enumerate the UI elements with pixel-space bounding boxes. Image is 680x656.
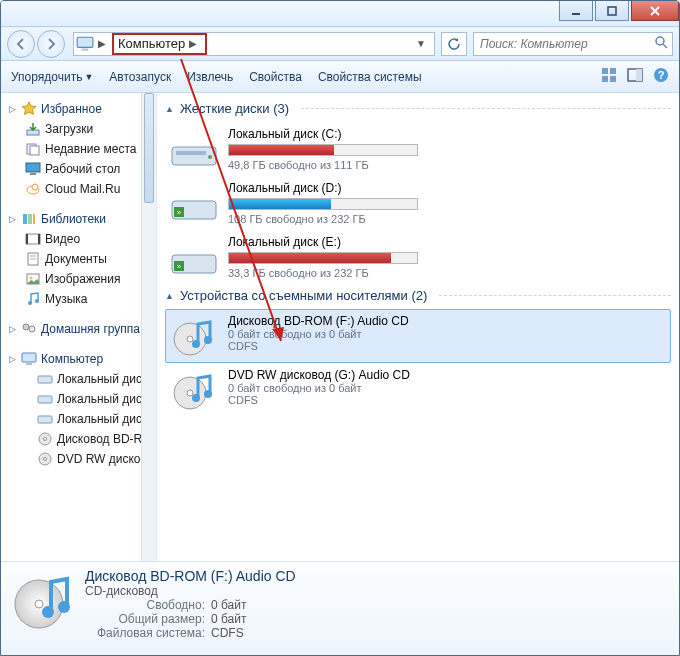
minimize-button[interactable]: [559, 1, 593, 21]
back-button[interactable]: [7, 30, 35, 58]
section-count: (2): [411, 288, 427, 303]
computer-icon: [21, 351, 37, 367]
drive-e[interactable]: » Локальный диск (E:) 33,3 ГБ свободно и…: [165, 230, 671, 284]
svg-point-34: [28, 301, 32, 305]
svg-point-36: [23, 324, 29, 330]
drive-c[interactable]: Локальный диск (C:) 49,8 ГБ свободно из …: [165, 122, 671, 176]
svg-point-57: [187, 336, 193, 342]
section-divider: [301, 108, 671, 109]
sidebar-item-desktop[interactable]: Рабочий стол: [7, 159, 156, 179]
svg-point-67: [58, 601, 70, 613]
cloud-icon: [25, 181, 41, 197]
search-box[interactable]: [473, 32, 673, 56]
toolbar-label: Извлечь: [187, 70, 233, 84]
svg-text:?: ?: [658, 69, 665, 81]
drive-sub: 33,3 ГБ свободно из 232 ГБ: [228, 267, 666, 279]
nav-row: ▶ Компьютер ▶ ▼: [1, 27, 679, 61]
drive-icon: [37, 391, 53, 407]
item-label: Cloud Mail.Ru: [45, 182, 120, 196]
sidebar-libraries-header[interactable]: ▷Библиотеки: [7, 209, 156, 229]
details-fs-val: CDFS: [211, 626, 244, 640]
search-input[interactable]: [478, 36, 650, 52]
svg-rect-25: [33, 214, 35, 224]
drive-d[interactable]: » Локальный диск (D:) 108 ГБ свободно из…: [165, 176, 671, 230]
sidebar-item-drive-e[interactable]: Локальный диск: [7, 409, 156, 429]
item-label: DVD RW дисково: [57, 452, 153, 466]
details-title: Дисковод BD-ROM (F:) Audio CD: [85, 568, 296, 584]
svg-rect-40: [38, 376, 52, 383]
toolbar-properties[interactable]: Свойства: [249, 70, 302, 84]
view-options-button[interactable]: [601, 67, 617, 86]
music-icon: [25, 291, 41, 307]
drive-bdrom-f[interactable]: Дисковод BD-ROM (F:) Audio CD 0 байт сво…: [165, 309, 671, 363]
toolbar-organize[interactable]: Упорядочить▼: [11, 70, 93, 84]
space-bar: [228, 252, 418, 264]
sidebar-item-dvdrw[interactable]: DVD RW дисково: [7, 449, 156, 469]
sidebar-item-cloudmail[interactable]: Cloud Mail.Ru: [7, 179, 156, 199]
sidebar-item-music[interactable]: Музыка: [7, 289, 156, 309]
preview-pane-button[interactable]: [627, 67, 643, 86]
item-label: Видео: [45, 232, 80, 246]
sidebar-item-drive-d[interactable]: Локальный диск: [7, 389, 156, 409]
close-button[interactable]: [631, 1, 679, 21]
svg-text:»: »: [177, 208, 182, 217]
sidebar-item-recent[interactable]: Недавние места: [7, 139, 156, 159]
sidebar-label: Избранное: [41, 102, 102, 116]
pictures-icon: [25, 271, 41, 287]
sidebar-item-downloads[interactable]: Загрузки: [7, 119, 156, 139]
svg-point-62: [192, 394, 200, 402]
toolbar-label: Автозапуск: [109, 70, 171, 84]
desktop-icon: [25, 161, 41, 177]
drive-title: Локальный диск (E:): [228, 235, 666, 249]
refresh-button[interactable]: [441, 32, 467, 56]
caret-icon: ▷: [7, 104, 17, 114]
sidebar-computer-header[interactable]: ▷Компьютер: [7, 349, 156, 369]
scrollbar-thumb[interactable]: [144, 93, 154, 203]
section-removable-header[interactable]: ▲ Устройства со съемными носителями (2): [165, 288, 671, 303]
sidebar-item-bdrom[interactable]: Дисковод BD-RO: [7, 429, 156, 449]
downloads-icon: [25, 121, 41, 137]
forward-button[interactable]: [37, 30, 65, 58]
drive-dvdrw-g[interactable]: DVD RW дисковод (G:) Audio CD 0 байт сво…: [165, 363, 671, 417]
breadcrumb[interactable]: ▶ Компьютер ▶ ▼: [73, 32, 435, 56]
caret-icon: ▷: [7, 354, 17, 364]
help-button[interactable]: ?: [653, 67, 669, 86]
svg-rect-13: [636, 69, 642, 81]
toolbar-sysprops[interactable]: Свойства системы: [318, 70, 422, 84]
audio-cd-icon: [170, 368, 220, 412]
drive-sub: 49,8 ГБ свободно из 111 ГБ: [228, 159, 666, 171]
details-total-val: 0 байт: [211, 612, 246, 626]
sidebar-scrollbar[interactable]: [141, 93, 156, 561]
titlebar: [1, 1, 679, 27]
sidebar-item-video[interactable]: Видео: [7, 229, 156, 249]
details-type: CD-дисковод: [85, 584, 296, 598]
svg-line-7: [663, 44, 667, 48]
item-label: Загрузки: [45, 122, 93, 136]
drive-title: Локальный диск (D:): [228, 181, 666, 195]
sidebar-homegroup-header[interactable]: ▷Домашняя группа: [7, 319, 156, 339]
svg-point-33: [30, 277, 33, 280]
svg-rect-10: [602, 76, 608, 82]
disc-icon: [37, 451, 53, 467]
toolbar-autoplay[interactable]: Автозапуск: [109, 70, 171, 84]
svg-point-22: [32, 184, 38, 190]
item-label: Музыка: [45, 292, 87, 306]
svg-rect-38: [22, 353, 36, 362]
sidebar-item-drive-c[interactable]: Локальный диск: [7, 369, 156, 389]
chevron-down-icon[interactable]: ▼: [410, 38, 432, 49]
svg-rect-41: [38, 396, 52, 403]
breadcrumb-item-computer[interactable]: Компьютер ▶: [112, 33, 207, 55]
main-pane: ▲ Жесткие диски (3) Локальный диск (C:) …: [157, 93, 679, 561]
chevron-right-icon: ▶: [189, 38, 197, 49]
section-hdd-header[interactable]: ▲ Жесткие диски (3): [165, 101, 671, 116]
sidebar-favorites-header[interactable]: ▷Избранное: [7, 99, 156, 119]
details-free-label: Свободно:: [85, 598, 205, 612]
toolbar-label: Свойства: [249, 70, 302, 84]
toolbar-eject[interactable]: Извлечь: [187, 70, 233, 84]
sidebar-item-documents[interactable]: Документы: [7, 249, 156, 269]
space-bar: [228, 198, 418, 210]
maximize-button[interactable]: [595, 1, 629, 21]
sidebar-item-pictures[interactable]: Изображения: [7, 269, 156, 289]
caret-icon: ▷: [7, 214, 17, 224]
explorer-window: ▶ Компьютер ▶ ▼ Упорядочить▼ Автозапуск …: [0, 0, 680, 656]
